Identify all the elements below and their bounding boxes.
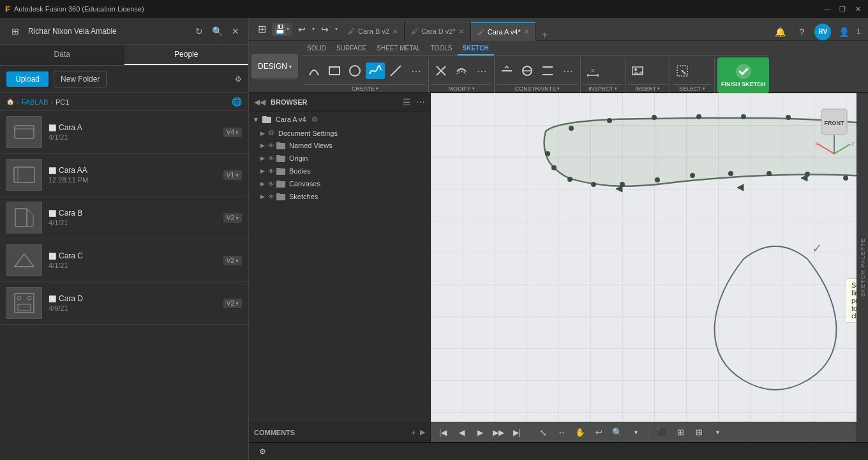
tree-root-item[interactable]: ▼ Cara A v4 ⚙ — [249, 112, 430, 127]
vp-display-2-button[interactable]: ⊞ — [672, 426, 689, 440]
tab-close-icon[interactable]: ✕ — [459, 28, 464, 35]
restore-button[interactable]: ❐ — [837, 4, 848, 14]
new-folder-button[interactable]: New Folder — [54, 71, 107, 87]
undo-arrow[interactable]: ▾ — [312, 26, 315, 32]
tree-item-origin[interactable]: ▶ 👁 Origin — [249, 152, 430, 165]
tab-close-icon[interactable]: ✕ — [524, 28, 529, 35]
file-version[interactable]: V2 ▾ — [223, 256, 242, 265]
redo-arrow[interactable]: ▾ — [335, 26, 338, 32]
item-vis-icon[interactable]: 👁 — [268, 193, 274, 200]
tab-tools[interactable]: TOOLS — [426, 42, 458, 56]
tab-sheet-metal[interactable]: SHEET METAL — [371, 42, 426, 56]
finish-sketch-button[interactable]: FINISH SKETCH — [717, 57, 769, 93]
tab-cara-d-v2[interactable]: 🖋 Cara D v2* ✕ — [405, 22, 471, 41]
apps-icon[interactable]: ⊞ — [253, 20, 271, 38]
file-version[interactable]: V1 ▾ — [223, 170, 242, 180]
create-label[interactable]: CREATE ▾ — [304, 84, 426, 92]
constraint-2-button[interactable] — [518, 63, 537, 79]
tree-item-doc-settings[interactable]: ▶ ⚙ Document Settings — [249, 127, 430, 139]
inspect-label[interactable]: INSPECT ▾ — [583, 84, 622, 92]
offset-tool-button[interactable] — [452, 63, 471, 79]
vp-orbit-button[interactable]: ✋ — [572, 426, 588, 440]
redo-button[interactable]: ↪ — [316, 20, 334, 38]
tab-close-icon[interactable]: ✕ — [393, 28, 398, 35]
vp-pan-button[interactable]: ↔ — [553, 426, 570, 440]
circle-tool-button[interactable] — [345, 63, 364, 79]
list-item[interactable]: ⬜Cara B 4/1/21 V2 ▾ — [0, 197, 248, 239]
navigation-cube[interactable]: Z X FRONT — [812, 100, 850, 151]
root-collapse-icon[interactable]: ▼ — [253, 116, 259, 123]
item-arrow-icon[interactable]: ▶ — [260, 155, 265, 161]
item-vis-icon[interactable]: 👁 — [268, 168, 274, 175]
insert-label[interactable]: INSERT ▾ — [628, 84, 667, 92]
add-comment-button[interactable]: + — [411, 427, 416, 438]
insert-image-button[interactable] — [628, 63, 647, 79]
tree-item-bodies[interactable]: ▶ 👁 Bodies — [249, 165, 430, 177]
line-tool-button[interactable] — [386, 63, 405, 79]
viewport[interactable]: ✓ Select first point to close Z — [431, 93, 857, 442]
file-version[interactable]: V2 ▾ — [223, 213, 242, 223]
connected-icon[interactable]: 1 — [857, 28, 860, 35]
vp-play-button[interactable]: ▶ — [472, 426, 488, 440]
item-arrow-icon[interactable]: ▶ — [260, 181, 265, 187]
search-icon[interactable]: 🔍 — [209, 24, 225, 39]
modify-more-button[interactable]: ⋯ — [472, 64, 491, 78]
browser-options-icon[interactable]: ⋯ — [416, 97, 425, 107]
vp-zoom-fit-button[interactable]: ⤡ — [535, 426, 551, 440]
item-vis-icon[interactable]: 👁 — [268, 142, 274, 149]
help-icon[interactable]: ? — [793, 23, 811, 41]
file-version[interactable]: V4 ▾ — [223, 128, 242, 137]
refresh-icon[interactable]: ↻ — [193, 24, 206, 39]
tree-item-named-views[interactable]: ▶ 👁 Named Views — [249, 139, 430, 152]
settings-icon[interactable]: ⚙ — [235, 75, 242, 84]
tab-solid[interactable]: SOLID — [302, 42, 331, 56]
root-gear-icon[interactable]: ⚙ — [311, 115, 318, 124]
item-vis-icon[interactable]: 👁 — [268, 155, 274, 162]
tab-data[interactable]: Data — [0, 45, 124, 65]
item-arrow-icon[interactable]: ▶ — [260, 193, 265, 200]
item-vis-icon[interactable]: 👁 — [268, 181, 274, 188]
vp-back-button[interactable]: ◀ — [453, 426, 470, 440]
close-panel-icon[interactable]: ✕ — [229, 24, 242, 39]
select-label[interactable]: SELECT ▾ — [673, 84, 712, 92]
vp-look-button[interactable]: ↩ — [590, 426, 607, 440]
list-item[interactable]: ⬜Cara AA 12:28:11 PM V1 ▾ — [0, 154, 248, 197]
minimize-button[interactable]: — — [822, 4, 832, 14]
constraint-3-button[interactable] — [538, 63, 557, 79]
item-arrow-icon[interactable]: ▶ — [260, 130, 265, 137]
spline-tool-button[interactable] — [366, 63, 385, 79]
constraints-label[interactable]: CONSTRAINTS ▾ — [497, 84, 578, 92]
vp-display-1-button[interactable]: ⬛ — [654, 426, 670, 440]
constraint-1-button[interactable] — [497, 63, 516, 79]
tree-item-canvases[interactable]: ▶ 👁 Canvases — [249, 177, 430, 190]
tree-item-sketches[interactable]: ▶ 👁 Sketches — [249, 190, 430, 203]
vp-end-button[interactable]: ▶| — [509, 426, 525, 440]
notifications-icon[interactable]: 🔔 — [771, 23, 789, 41]
account-icon[interactable]: 👤 — [835, 23, 853, 41]
list-item[interactable]: ⬜Cara A 4/1/21 V4 ▾ — [0, 111, 248, 154]
constraint-more-button[interactable]: ⋯ — [558, 64, 578, 78]
tab-cara-a-v4[interactable]: 🖋 Cara A v4* ✕ — [471, 22, 536, 41]
vp-zoom-button[interactable]: 🔍 — [609, 426, 625, 440]
globe-icon[interactable]: 🌐 — [232, 97, 242, 107]
tab-surface[interactable]: SURFACE — [331, 42, 371, 56]
dimension-tool-button[interactable]: D — [583, 63, 602, 79]
vp-prev-button[interactable]: |◀ — [435, 426, 451, 440]
upload-button[interactable]: Upload — [6, 71, 49, 87]
vp-forward-button[interactable]: ▶▶ — [490, 426, 507, 440]
trim-tool-button[interactable] — [431, 63, 451, 79]
design-dropdown[interactable]: DESIGN ▾ — [251, 54, 298, 78]
add-tab-button[interactable]: + — [536, 29, 554, 41]
arc-tool-button[interactable] — [304, 63, 324, 80]
vp-display-3-button[interactable]: ⊞ — [691, 426, 707, 440]
list-item[interactable]: ⬜Cara D 4/9/21 V2 ▾ — [0, 282, 248, 325]
user-avatar[interactable]: RV — [814, 24, 831, 40]
tab-people[interactable]: People — [124, 45, 249, 65]
item-arrow-icon[interactable]: ▶ — [260, 142, 265, 149]
save-dropdown[interactable]: 💾 ▾ — [272, 23, 292, 36]
browser-menu-icon[interactable]: ☰ — [403, 97, 411, 107]
undo-button[interactable]: ↩ — [293, 20, 311, 38]
modify-label[interactable]: MODIFY ▾ — [431, 84, 491, 92]
file-version[interactable]: V2 ▾ — [223, 299, 242, 308]
select-tool-button[interactable] — [673, 63, 692, 79]
